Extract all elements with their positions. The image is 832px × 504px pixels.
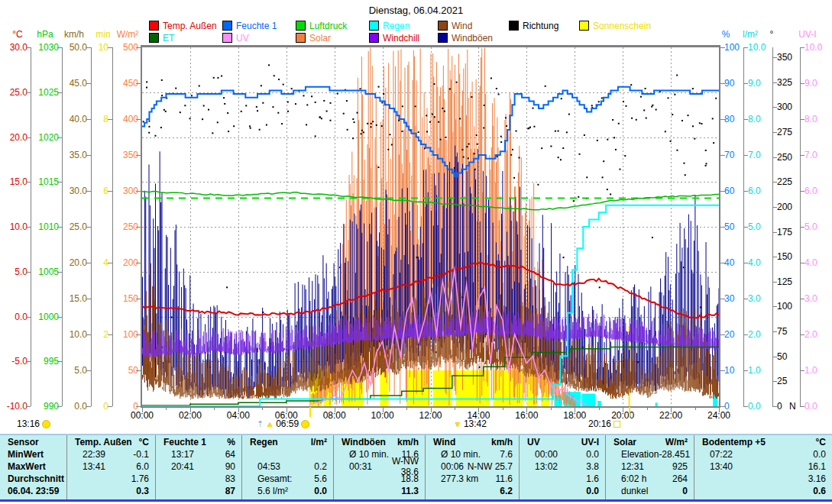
rain-axis-tickmark	[743, 83, 748, 84]
direction-axis-tick: 50	[777, 351, 812, 362]
table-cell-value: 6.0	[136, 461, 149, 472]
x-axis-tickmark	[671, 408, 672, 412]
humidity-axis-tickmark	[720, 83, 725, 84]
midday-down-marker: ▼ 13:42	[454, 418, 487, 429]
axis-unit-5: %	[719, 29, 733, 40]
direction-axis-tickmark	[772, 182, 777, 183]
direction-axis-tickmark	[772, 107, 777, 108]
table-column-header: Feuchte 1%	[156, 435, 241, 448]
table-cell-row: 5.6 l/m²0.0	[242, 485, 333, 497]
direction-axis-tickmark	[772, 282, 777, 283]
legend-swatch-icon	[222, 33, 232, 43]
uv-axis-tickmark	[800, 299, 804, 299]
table-column-name: Regen	[250, 437, 278, 447]
table-cell-time: 04:53	[257, 461, 280, 472]
windspeed-axis-tickmark	[86, 227, 91, 228]
legend-swatch-icon	[369, 33, 379, 43]
direction-axis-line	[772, 47, 773, 406]
legend-swatch-icon	[296, 21, 306, 31]
table-column-unit: km/h	[397, 437, 419, 447]
table-cell-time: Gesamt:	[257, 473, 292, 484]
legend-item-sonnenschein: Sonnenschein	[579, 21, 651, 31]
humidity-axis-tickmark	[720, 119, 725, 120]
table-cell-value: 925	[672, 461, 688, 472]
uv-axis-tick: 7.0	[804, 150, 832, 160]
uv-axis-tick: 2.0	[804, 329, 832, 340]
direction-axis-tick: 275	[777, 127, 812, 137]
legend-swatch-icon	[222, 21, 232, 31]
windspeed-axis-tick: 15.0	[41, 293, 87, 304]
table-cell-time: 13:02	[535, 461, 558, 472]
pressure-axis-tick: 1000	[13, 312, 59, 322]
table-row-label: MinWert	[0, 448, 66, 460]
rain-axis-tickmark	[743, 47, 748, 48]
uv-axis-tickmark	[800, 47, 804, 48]
humidity-axis-tickmark	[720, 406, 725, 407]
legend-item-et: ET	[149, 33, 174, 43]
table-cell-row: 04:530.2	[242, 460, 333, 473]
table-cell-row: Ø 10 min.7.6	[426, 448, 519, 460]
table-cell-time: Ø 10 min.	[441, 449, 481, 460]
humidity-axis-tickmark	[720, 334, 725, 335]
axis-unit-6: l/m²	[739, 29, 762, 40]
x-axis-tickmark	[647, 408, 648, 410]
legend-label: Windchill	[383, 33, 419, 44]
direction-axis-north-label: N	[789, 401, 796, 412]
pressure-axis-tickmark	[57, 361, 62, 362]
axis-unit-3: min	[93, 29, 113, 40]
uv-axis-tickmark	[800, 334, 804, 335]
table-row-label-text: Durchschnitt	[8, 473, 64, 484]
table-column-header: Windkm/h	[426, 435, 519, 448]
humidity-axis-tickmark	[720, 155, 725, 156]
table-cell-time: 07:22	[710, 449, 733, 460]
pressure-axis-tick: 1020	[13, 132, 59, 143]
table-column-name: Temp. Außen	[75, 437, 132, 447]
pressure-axis-tickmark	[57, 182, 62, 183]
table-cell-row: 1.76	[67, 473, 155, 485]
table-column-regen: Regenl/m²04:530.2Gesamt:5.65.6 l/m²0.0	[242, 435, 334, 499]
table-column-feuchte-1: Feuchte 1%13:176420:41908387	[156, 435, 242, 499]
legend-swatch-icon	[509, 21, 519, 31]
pressure-axis-tickmark	[57, 272, 62, 273]
table-cell-value: 0.2	[314, 461, 327, 472]
table-cell-row: 0.3	[67, 485, 155, 497]
legend-label: Temp. Außen	[163, 21, 217, 31]
uv-axis-tickmark	[800, 119, 804, 120]
humidity-axis-tickmark	[720, 370, 725, 371]
uv-axis-tickmark	[800, 191, 804, 192]
legend-label: Richtung	[523, 21, 558, 31]
legend-swatch-icon	[438, 33, 448, 43]
axis-unit-0: °C	[6, 29, 29, 40]
direction-axis-tickmark	[772, 406, 777, 407]
table-column-unit: °C	[139, 437, 149, 447]
table-cell-time: 13:17	[171, 449, 194, 460]
table-cell-row: Elevation-28.451	[606, 448, 694, 460]
pressure-axis-tickmark	[57, 317, 62, 318]
table-column-unit: l/m²	[311, 437, 327, 447]
legend-item-windb-en: Windböen	[438, 33, 493, 43]
uv-axis-tickmark	[800, 227, 804, 228]
table-cell-row: 00:000.0	[520, 448, 605, 460]
table-row-label: 06.04. 23:59	[0, 485, 66, 497]
table-cell-value: 18.8	[401, 473, 419, 484]
table-cell-value: 3.16	[808, 473, 826, 484]
sun-icon	[42, 420, 50, 428]
table-cell-time: 12:31	[621, 461, 644, 472]
uv-axis-tickmark	[800, 263, 804, 263]
legend-swatch-icon	[438, 21, 448, 31]
x-axis-tickmark	[166, 408, 167, 410]
uv-axis-tick: 4.0	[804, 257, 832, 268]
legend-label: Regen	[383, 21, 410, 31]
uv-axis-tick: 5.0	[804, 221, 832, 232]
windspeed-axis-tickmark	[86, 299, 91, 299]
direction-axis-tickmark	[772, 157, 777, 158]
table-cell-value: 90	[225, 461, 235, 472]
table-cell-value: 3.8	[586, 461, 599, 472]
table-cell-time: 20:41	[171, 461, 194, 472]
humidity-axis-tickmark	[720, 47, 725, 48]
x-axis-tickmark	[623, 408, 623, 412]
table-column-windb-en: Windböenkm/hØ 10 min.11.600:31W-NW 38.61…	[334, 435, 426, 499]
chart-plot-area	[141, 45, 720, 408]
table-cell-value: 64	[225, 449, 235, 460]
table-header-sensor: Sensor	[0, 435, 66, 448]
